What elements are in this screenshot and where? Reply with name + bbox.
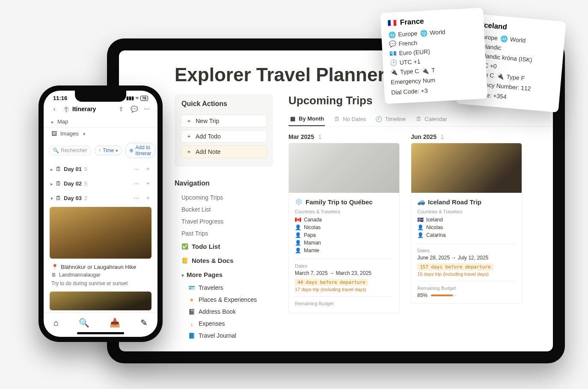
month-column-jun: Jun 2025 1 🚙 Iceland Road Trip Countries… bbox=[411, 133, 522, 313]
add-to-itinerary-chip[interactable]: ⊕ Add to Itinerar bbox=[125, 143, 155, 158]
divider bbox=[295, 259, 393, 259]
battery-icon: 78 bbox=[140, 96, 148, 101]
country-row: 🇮🇸Iceland bbox=[417, 216, 516, 224]
more-expenses[interactable]: ↓ Expenses bbox=[175, 318, 273, 330]
add-todo-label: Add Todo bbox=[196, 133, 221, 140]
book-icon: 📓 bbox=[188, 308, 195, 315]
more-expenses-label: Expenses bbox=[199, 320, 225, 327]
tab-timeline[interactable]: 🕘 Timeline bbox=[374, 112, 407, 126]
calendar-icon: 🗓 bbox=[56, 166, 61, 172]
tab-no-dates[interactable]: 🗓 No Dates bbox=[333, 112, 367, 126]
activity-title[interactable]: 📍 Bláhnúkur or Laugahraun Hike bbox=[44, 260, 157, 271]
traveler-row: 👤Catarina bbox=[417, 231, 516, 239]
trip-body: 🚙 Iceland Road Trip Countries & Traveler… bbox=[411, 193, 522, 304]
plug-1: Type C bbox=[400, 68, 419, 75]
nav-travel-progress[interactable]: Travel Progress bbox=[175, 215, 273, 227]
itinerary-photo[interactable] bbox=[50, 207, 151, 259]
trip-card-iceland[interactable]: 🚙 Iceland Road Trip Countries & Traveler… bbox=[411, 143, 522, 304]
more-pages-header[interactable]: More Pages bbox=[175, 268, 273, 282]
more-journal[interactable]: 📘 Travel Journal bbox=[175, 330, 273, 342]
tab-calendar[interactable]: 🗓 Calendar bbox=[414, 112, 448, 126]
timezone: UTC +1 bbox=[399, 58, 420, 66]
trip-name-text: Iceland Road Trip bbox=[428, 198, 481, 206]
search-input[interactable]: 🔍 Rechercher bbox=[49, 146, 91, 155]
country-name: France bbox=[400, 17, 424, 27]
divider bbox=[295, 296, 393, 297]
plus-icon[interactable]: ＋ bbox=[145, 194, 151, 202]
search-button[interactable]: 🔍 bbox=[79, 318, 89, 328]
new-trip-button[interactable]: ＋ New Trip bbox=[181, 115, 267, 127]
flag-icon: 🇫🇷 bbox=[387, 18, 397, 27]
traveler-row: 👤Nicolas bbox=[417, 224, 516, 231]
country-row: 🇨🇦Canada bbox=[295, 216, 393, 224]
month-count: 1 bbox=[441, 133, 444, 140]
duration-note: 15 days trip (including travel days) bbox=[417, 271, 516, 277]
search-placeholder: Rechercher bbox=[61, 147, 87, 153]
section-budget: Remaining Budget bbox=[295, 301, 393, 306]
quick-actions-panel: Quick Actions ＋ New Trip ＋ Add Todo ＋ Ad… bbox=[175, 94, 273, 167]
itinerary-photo-2[interactable] bbox=[50, 292, 151, 310]
left-column: Quick Actions ＋ New Trip ＋ Add Todo ＋ Ad… bbox=[175, 94, 273, 351]
comments-button[interactable]: 💬 bbox=[129, 106, 139, 112]
chevron-down-icon bbox=[83, 130, 86, 137]
plus-icon[interactable]: ＋ bbox=[145, 165, 151, 173]
calendar-icon: 🗓 bbox=[415, 115, 422, 122]
tab-by-month[interactable]: ▦ By Month bbox=[288, 112, 325, 126]
activity-note: Try to do during sunrise or sunset bbox=[44, 279, 157, 290]
nav-bucket-list[interactable]: Bucket List bbox=[175, 203, 273, 215]
nav-todo-list[interactable]: ✅ Todo List bbox=[175, 239, 273, 253]
time-filter-chip[interactable]: ↑ Time bbox=[95, 146, 122, 155]
calendar-icon: 🗓 bbox=[333, 115, 340, 122]
trip-name: ❄️ Family Trip to Québec bbox=[295, 198, 393, 206]
back-button[interactable]: ‹ bbox=[50, 106, 59, 112]
month-label: Jun 2025 1 bbox=[411, 133, 522, 140]
section-countries-travelers: Countries & Travelers bbox=[295, 209, 393, 214]
card-icon: 🪪 bbox=[188, 284, 195, 291]
country-card-france[interactable]: 🇫🇷 France 🌐Europe 🌐World 💬French 💶Euro (… bbox=[380, 8, 488, 104]
chevron-down-icon bbox=[50, 195, 53, 201]
more-pages-label: More Pages bbox=[187, 271, 223, 278]
globe-icon: 🌐 bbox=[500, 35, 508, 42]
status-icons: ▮▮▮ ⌔ 78 bbox=[126, 95, 148, 101]
day-row[interactable]: 🗓 Day 03 2 ⋯ ＋ bbox=[44, 191, 157, 205]
nav-upcoming[interactable]: Upcoming Trips bbox=[175, 192, 273, 203]
clock: 11:16 bbox=[53, 95, 67, 101]
phone-notch bbox=[75, 91, 126, 102]
flag-icon: 🇨🇦 bbox=[295, 217, 301, 223]
star-icon: ★ bbox=[188, 296, 195, 303]
day-row[interactable]: 🗓 Day 02 5 ⋯ ＋ bbox=[44, 176, 157, 191]
tab-no-dates-label: No Dates bbox=[343, 116, 366, 122]
day-row[interactable]: 🗓 Day 01 5 ⋯ ＋ bbox=[44, 162, 157, 176]
add-note-button[interactable]: ＋ Add Note bbox=[181, 145, 267, 158]
calendar-icon: 🗓 bbox=[56, 195, 61, 201]
home-button[interactable]: ⌂ bbox=[53, 318, 59, 328]
share-button[interactable]: ⇪ bbox=[116, 106, 126, 112]
map-toggle[interactable]: Map bbox=[44, 116, 157, 128]
more-icon[interactable]: ⋯ bbox=[134, 166, 140, 172]
progress-bar bbox=[431, 295, 457, 296]
inbox-button[interactable]: 📥 bbox=[110, 318, 120, 328]
plus-icon: ＋ bbox=[185, 118, 192, 124]
trip-card-quebec[interactable]: ❄️ Family Trip to Québec Countries & Tra… bbox=[288, 143, 400, 313]
more-places[interactable]: ★ Places & Experiences bbox=[175, 294, 273, 306]
nav-past-trips[interactable]: Past Trips bbox=[175, 227, 273, 239]
more-button[interactable]: ⋯ bbox=[142, 106, 151, 112]
trip-dates: June 28, 2025 → July 12, 2025 bbox=[417, 255, 516, 261]
add-note-label: Add Note bbox=[196, 148, 220, 155]
bottom-nav: ⌂ 🔍 📥 ✎ bbox=[44, 312, 157, 331]
plus-icon[interactable]: ＋ bbox=[145, 180, 151, 187]
add-todo-button[interactable]: ＋ Add Todo bbox=[181, 130, 267, 143]
avatar-icon: 👤 bbox=[417, 232, 424, 238]
more-icon[interactable]: ⋯ bbox=[134, 195, 140, 201]
more-address-book[interactable]: 📓 Address Book bbox=[175, 306, 273, 318]
more-icon[interactable]: ⋯ bbox=[134, 180, 140, 187]
compose-button[interactable]: ✎ bbox=[140, 318, 148, 328]
more-travelers[interactable]: 🪪 Travelers bbox=[175, 282, 273, 294]
day-count: 2 bbox=[84, 195, 87, 201]
month-label: Mar 2025 1 bbox=[288, 133, 400, 140]
avatar-icon: 👤 bbox=[295, 224, 301, 230]
nav-notes-docs[interactable]: 📒 Notes & Docs bbox=[175, 253, 273, 268]
tablet-body: Quick Actions ＋ New Trip ＋ Add Todo ＋ Ad… bbox=[119, 94, 553, 351]
globe-icon: 🌐 bbox=[420, 29, 428, 37]
images-toggle[interactable]: 🖼 Images bbox=[44, 128, 157, 139]
